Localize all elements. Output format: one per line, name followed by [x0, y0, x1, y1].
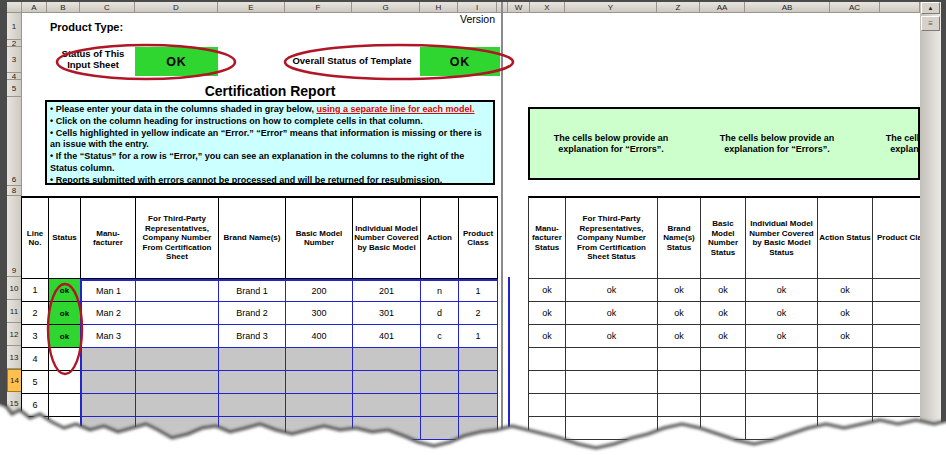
- row-number[interactable]: 1: [7, 13, 22, 40]
- cell[interactable]: [286, 394, 353, 417]
- cell[interactable]: [80, 371, 136, 394]
- cell[interactable]: ok: [701, 279, 746, 302]
- cell[interactable]: [136, 279, 219, 302]
- cell[interactable]: [459, 394, 498, 417]
- column-letter[interactable]: F: [285, 2, 352, 13]
- cell[interactable]: [701, 348, 746, 371]
- cell[interactable]: [658, 394, 701, 417]
- row-number[interactable]: 15: [7, 392, 22, 415]
- instruction-link[interactable]: using a separate line for each model: [316, 104, 472, 114]
- column-letter[interactable]: C: [80, 2, 135, 13]
- column-letter[interactable]: B: [47, 2, 80, 13]
- cell[interactable]: d: [421, 302, 459, 325]
- row-number[interactable]: 4: [7, 73, 22, 80]
- cell[interactable]: [873, 394, 921, 417]
- cell[interactable]: [219, 371, 286, 394]
- select-all-corner[interactable]: [7, 2, 22, 13]
- cell[interactable]: [219, 348, 286, 371]
- row-number[interactable]: 9: [7, 196, 22, 277]
- cell[interactable]: 1: [459, 279, 498, 302]
- cell[interactable]: [529, 417, 566, 440]
- cell[interactable]: ok: [529, 325, 566, 348]
- cell[interactable]: 2: [22, 302, 49, 325]
- cell[interactable]: [566, 371, 658, 394]
- cell[interactable]: 5: [22, 371, 49, 394]
- cell[interactable]: [701, 394, 746, 417]
- cell[interactable]: 4: [22, 348, 49, 371]
- table-header-cell[interactable]: Line No.: [22, 198, 49, 279]
- cell[interactable]: [459, 348, 498, 371]
- status-cell[interactable]: [49, 371, 81, 394]
- cell[interactable]: 2: [459, 302, 498, 325]
- column-letter[interactable]: I: [458, 2, 497, 13]
- cell[interactable]: Man 1: [80, 279, 136, 302]
- cell[interactable]: ok: [529, 279, 566, 302]
- cell[interactable]: ok: [818, 302, 873, 325]
- cell[interactable]: [136, 394, 219, 417]
- table-header-cell[interactable]: Product Class Status: [873, 198, 921, 279]
- cell[interactable]: [421, 371, 459, 394]
- cell[interactable]: [529, 394, 566, 417]
- cell[interactable]: [353, 371, 421, 394]
- cell[interactable]: ok: [701, 302, 746, 325]
- cell[interactable]: 3: [22, 325, 49, 348]
- cell[interactable]: ok: [566, 325, 658, 348]
- table-header-cell[interactable]: For Third-Party Representatives, Company…: [566, 198, 658, 279]
- row-number[interactable]: 13: [7, 346, 22, 369]
- cell[interactable]: [658, 371, 701, 394]
- cell[interactable]: [219, 394, 286, 417]
- table-header-cell[interactable]: Status: [49, 198, 81, 279]
- cell[interactable]: [746, 371, 818, 394]
- cell[interactable]: [873, 302, 921, 325]
- cell[interactable]: [818, 348, 873, 371]
- row-number[interactable]: 10: [7, 277, 22, 300]
- cell[interactable]: ok: [658, 325, 701, 348]
- cell[interactable]: Man 2: [80, 302, 136, 325]
- cell[interactable]: [136, 302, 219, 325]
- status-cell[interactable]: ok: [49, 279, 81, 302]
- scrollbar-thumb[interactable]: ≡: [921, 16, 940, 31]
- table-header-cell[interactable]: Manu- facturer Status: [529, 198, 566, 279]
- cell[interactable]: [746, 394, 818, 417]
- cell[interactable]: [873, 325, 921, 348]
- cell[interactable]: [286, 348, 353, 371]
- cell[interactable]: 401: [353, 325, 421, 348]
- table-header-cell[interactable]: Action: [421, 198, 459, 279]
- column-letter[interactable]: D: [135, 2, 218, 13]
- cell[interactable]: [421, 394, 459, 417]
- table-header-cell[interactable]: Manu- facturer: [81, 198, 136, 279]
- column-letter[interactable]: E: [218, 2, 285, 13]
- column-letter[interactable]: X: [530, 2, 565, 13]
- cell[interactable]: [746, 417, 818, 440]
- row-number[interactable]: 2: [7, 40, 22, 47]
- cell[interactable]: [658, 417, 701, 440]
- cell[interactable]: Brand 3: [219, 325, 286, 348]
- cell[interactable]: [658, 348, 701, 371]
- cell[interactable]: [286, 371, 353, 394]
- cell[interactable]: 7: [22, 417, 49, 440]
- cell[interactable]: [353, 417, 421, 440]
- cell[interactable]: [136, 371, 219, 394]
- input-sheet-status-cell[interactable]: OK: [135, 47, 218, 76]
- cell[interactable]: [873, 417, 921, 440]
- cell[interactable]: 6: [22, 394, 49, 417]
- cell[interactable]: [529, 348, 566, 371]
- column-letter[interactable]: Y: [565, 2, 657, 13]
- column-letter[interactable]: G: [352, 2, 420, 13]
- column-letter[interactable]: AC: [830, 2, 880, 13]
- cell[interactable]: [818, 417, 873, 440]
- cell[interactable]: [353, 348, 421, 371]
- cell[interactable]: [566, 394, 658, 417]
- cell[interactable]: ok: [746, 302, 818, 325]
- cell[interactable]: ok: [818, 279, 873, 302]
- cell[interactable]: 201: [353, 279, 421, 302]
- cell[interactable]: 301: [353, 302, 421, 325]
- cell[interactable]: [818, 371, 873, 394]
- status-cell[interactable]: ok: [49, 325, 81, 348]
- row-number[interactable]: 6: [7, 97, 22, 186]
- cell[interactable]: [136, 417, 219, 440]
- status-cell[interactable]: ok: [49, 302, 81, 325]
- row-number[interactable]: 12: [7, 323, 22, 346]
- cell[interactable]: [80, 394, 136, 417]
- cell[interactable]: 400: [286, 325, 353, 348]
